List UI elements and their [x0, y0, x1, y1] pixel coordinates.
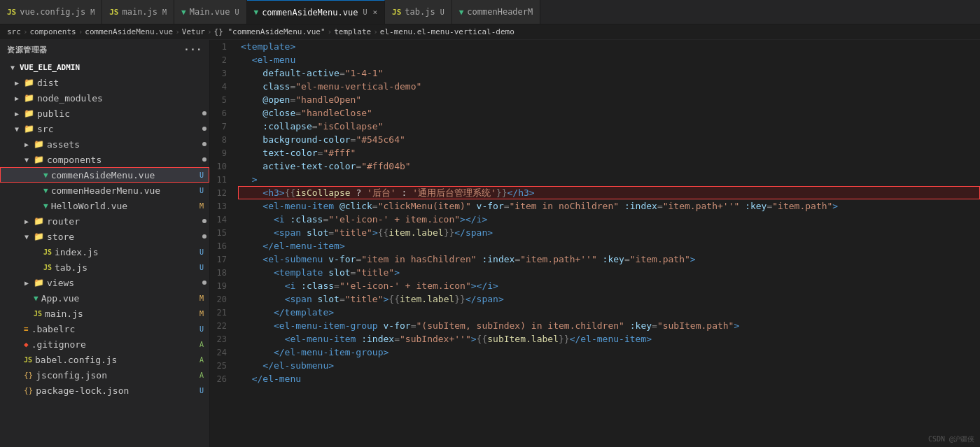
line-content: class="el-menu-vertical-demo" [238, 80, 980, 93]
tab-main-js[interactable]: JSmain.jsM [102, 0, 174, 24]
folder-icon: 📁 [34, 216, 44, 226]
tree-item[interactable]: ▶ 📁 public [0, 106, 209, 121]
tab-main-vue[interactable]: ▼Main.vueU [174, 0, 246, 24]
breadcrumb-item[interactable]: components [30, 27, 76, 36]
line-number: 14 [210, 213, 238, 226]
token: </el-menu-item-group> [274, 347, 388, 357]
token: @click [340, 201, 372, 211]
token: {{ [285, 187, 296, 198]
tree-item[interactable]: ▼ 📁 src [0, 121, 209, 136]
token: = [334, 281, 340, 291]
code-line: 13 <el-menu-item @click="clickMenu(item)… [210, 199, 980, 213]
tree-item[interactable]: ▶ 📁 assets [0, 136, 209, 152]
token [241, 294, 285, 304]
tree-label: src [37, 124, 200, 134]
token: "title" [356, 267, 394, 278]
token [241, 267, 274, 278]
breadcrumb-separator: › [328, 27, 332, 36]
tree-item[interactable]: ▶ 📁 views [0, 275, 209, 290]
token: > [690, 254, 696, 264]
tree-label: dist [37, 78, 209, 88]
tab-vue-config[interactable]: JSvue.config.jsM [0, 0, 102, 24]
tree-item[interactable]: ▶ 📁 router [0, 213, 209, 229]
breadcrumb-item[interactable]: el-menu.el-menu-vertical-demo [380, 27, 514, 36]
dot-indicator [202, 234, 206, 239]
token: <span [285, 294, 318, 304]
breadcrumb-item[interactable]: commenAsideMenu.vue [85, 27, 173, 36]
token: "1-4-1" [345, 68, 384, 78]
token [241, 374, 252, 384]
breadcrumb-item[interactable]: Vetur [182, 27, 205, 36]
line-number: 16 [210, 239, 238, 253]
tree-item[interactable]: ▶ 📁 node_modules [0, 90, 209, 106]
sidebar-menu-button[interactable]: ··· [183, 44, 202, 55]
folder-icon: 📁 [24, 78, 34, 87]
tree-item[interactable]: JS index.js U [0, 244, 209, 260]
tree-item[interactable]: {} jsconfig.json A [0, 367, 209, 383]
tree-item[interactable]: ▼ 📁 components [0, 152, 209, 167]
editor-content[interactable]: 1<template>2 <el-menu3 default-active="1… [210, 40, 980, 447]
tab-tab-js[interactable]: JStab.jsU [385, 0, 452, 24]
token: "#545c64" [356, 134, 405, 145]
tree-item[interactable]: ▼ HelloWorld.vue M [0, 198, 209, 213]
token: "#fff" [323, 148, 356, 158]
breadcrumb-item[interactable]: template [334, 27, 371, 36]
tree-item[interactable]: JS tab.js U [0, 260, 209, 275]
tree-item[interactable]: ▼ commenHeaderMenu.vue U [0, 183, 209, 198]
line-number: 7 [210, 120, 238, 133]
tree-arrow: ▶ [13, 79, 21, 87]
token: <el-submenu [262, 254, 328, 264]
tree-item[interactable]: ▼ 📁 store [0, 229, 209, 244]
breadcrumb-item[interactable]: src [7, 27, 21, 36]
token: = [394, 334, 400, 344]
token: > [252, 174, 258, 185]
token: v-for [477, 201, 504, 211]
main-area: 资源管理器 ··· ▼ VUE_ELE_ADMIN ▶ 📁 dist ▶ 📁 n… [0, 40, 980, 447]
line-content: <template> [238, 40, 980, 53]
token: </el-menu-item> [570, 334, 652, 344]
token: "(subItem, subIndex) in item.children" [416, 320, 624, 331]
token: > [734, 320, 739, 331]
tree-item[interactable]: {} package-lock.json U [0, 383, 209, 398]
token [241, 227, 274, 238]
tree-label: commenHeaderMenu.vue [51, 185, 194, 196]
token: "title" [334, 227, 372, 238]
tab-close-button[interactable]: × [372, 8, 377, 17]
breadcrumb-item[interactable]: {} "commenAsideMenu.vue" [214, 27, 326, 36]
token [241, 174, 252, 185]
token: default-active [262, 68, 340, 78]
js-icon: JS [392, 8, 401, 17]
token: }} [559, 334, 570, 344]
token [241, 320, 274, 331]
tree-item[interactable]: JS main.js M [0, 306, 209, 321]
code-line: 18 <template slot="title"> [210, 266, 980, 279]
tab-commenAside[interactable]: ▼commenAsideMenu.vueU× [247, 0, 386, 24]
tree-item[interactable]: ≡ .babelrc U [0, 321, 209, 336]
line-content: <i :class="'el-icon-' + item.icon"></i> [238, 213, 980, 226]
code-line: 25 </el-submenu> [210, 359, 980, 372]
tree-item[interactable]: ▼ commenAsideMenu.vue U [0, 167, 209, 183]
token [471, 201, 477, 211]
token [241, 347, 274, 357]
folder-icon: 📁 [34, 232, 44, 241]
tab-badge: U [440, 8, 444, 16]
tree-label: babel.config.js [35, 355, 194, 365]
tree-item[interactable]: JS babel.config.js A [0, 352, 209, 367]
tab-commenHeader[interactable]: ▼commenHeaderM [452, 0, 541, 24]
tree-label: package-lock.json [36, 385, 194, 396]
tree-arrow: ▶ [22, 141, 31, 148]
babel-icon: ≡ [24, 325, 29, 334]
code-line: 21 </template> [210, 306, 980, 319]
token: class [262, 81, 290, 92]
token: "item.path" [630, 254, 690, 264]
tree-item[interactable]: ◆ .gitignore A [0, 336, 209, 352]
token: = [624, 254, 630, 264]
code-line: 11 > [210, 173, 980, 186]
sidebar-title-label: 资源管理器 [7, 45, 48, 55]
tree-root[interactable]: ▼ VUE_ELE_ADMIN [0, 59, 209, 75]
tab-badge: U [234, 8, 239, 16]
token: </h3> [507, 187, 535, 198]
line-content: </el-menu-item> [238, 239, 980, 253]
tree-item[interactable]: ▼ App.vue M [0, 290, 209, 306]
tree-item[interactable]: ▶ 📁 dist [0, 75, 209, 90]
